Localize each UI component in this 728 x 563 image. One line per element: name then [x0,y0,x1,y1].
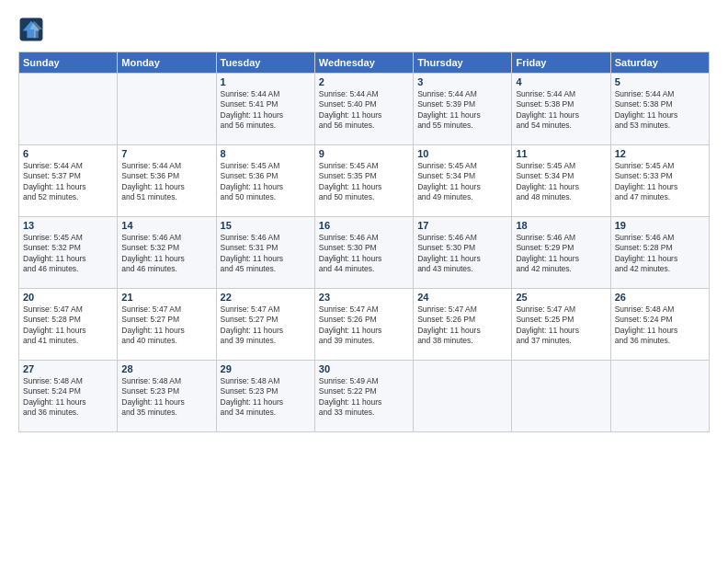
day-content: Sunrise: 5:45 AM Sunset: 5:33 PM Dayligh… [615,161,705,203]
day-number: 19 [615,220,705,231]
calendar-cell: 4Sunrise: 5:44 AM Sunset: 5:38 PM Daylig… [512,74,610,145]
day-number: 29 [221,363,311,374]
calendar-cell: 8Sunrise: 5:45 AM Sunset: 5:36 PM Daylig… [216,145,314,217]
day-content: Sunrise: 5:44 AM Sunset: 5:39 PM Dayligh… [417,89,507,132]
day-number: 7 [121,148,211,159]
header-cell-friday: Friday [512,52,610,74]
calendar-cell: 5Sunrise: 5:44 AM Sunset: 5:38 PM Daylig… [610,74,709,145]
calendar-cell [118,74,216,145]
calendar-cell: 7Sunrise: 5:44 AM Sunset: 5:36 PM Daylig… [118,145,216,217]
calendar-cell: 19Sunrise: 5:46 AM Sunset: 5:28 PM Dayli… [610,217,709,289]
day-number: 15 [221,220,311,231]
calendar-cell: 28Sunrise: 5:48 AM Sunset: 5:23 PM Dayli… [118,361,216,432]
calendar-cell: 23Sunrise: 5:47 AM Sunset: 5:26 PM Dayli… [314,289,413,361]
calendar-cell: 2Sunrise: 5:44 AM Sunset: 5:40 PM Daylig… [314,74,413,145]
day-content: Sunrise: 5:44 AM Sunset: 5:37 PM Dayligh… [23,161,113,203]
day-number: 14 [121,220,211,231]
day-number: 22 [221,292,311,303]
calendar-cell: 21Sunrise: 5:47 AM Sunset: 5:27 PM Dayli… [118,289,216,361]
day-content: Sunrise: 5:44 AM Sunset: 5:40 PM Dayligh… [319,89,409,132]
calendar-cell [414,361,512,432]
day-content: Sunrise: 5:45 AM Sunset: 5:32 PM Dayligh… [23,233,113,275]
calendar-cell: 14Sunrise: 5:46 AM Sunset: 5:32 PM Dayli… [118,217,216,289]
calendar-cell: 17Sunrise: 5:46 AM Sunset: 5:30 PM Dayli… [414,217,512,289]
week-row-4: 20Sunrise: 5:47 AM Sunset: 5:28 PM Dayli… [19,289,710,361]
day-number: 12 [615,148,705,159]
week-row-1: 1Sunrise: 5:44 AM Sunset: 5:41 PM Daylig… [19,74,710,145]
day-content: Sunrise: 5:46 AM Sunset: 5:31 PM Dayligh… [221,233,311,275]
day-number: 25 [516,292,606,303]
day-number: 5 [615,76,705,87]
calendar-cell: 24Sunrise: 5:47 AM Sunset: 5:26 PM Dayli… [414,289,512,361]
day-number: 26 [615,292,705,303]
calendar-cell: 30Sunrise: 5:49 AM Sunset: 5:22 PM Dayli… [314,361,413,432]
day-number: 18 [516,220,606,231]
calendar-cell: 15Sunrise: 5:46 AM Sunset: 5:31 PM Dayli… [216,217,314,289]
day-number: 3 [417,76,507,87]
calendar-cell: 25Sunrise: 5:47 AM Sunset: 5:25 PM Dayli… [512,289,610,361]
calendar-table: SundayMondayTuesdayWednesdayThursdayFrid… [18,52,710,432]
calendar-cell: 16Sunrise: 5:46 AM Sunset: 5:30 PM Dayli… [314,217,413,289]
calendar-cell: 22Sunrise: 5:47 AM Sunset: 5:27 PM Dayli… [216,289,314,361]
day-content: Sunrise: 5:47 AM Sunset: 5:27 PM Dayligh… [121,304,211,347]
day-content: Sunrise: 5:48 AM Sunset: 5:23 PM Dayligh… [121,376,211,419]
day-content: Sunrise: 5:46 AM Sunset: 5:28 PM Dayligh… [615,233,705,275]
calendar-cell: 20Sunrise: 5:47 AM Sunset: 5:28 PM Dayli… [19,289,118,361]
day-content: Sunrise: 5:47 AM Sunset: 5:26 PM Dayligh… [319,304,409,347]
day-content: Sunrise: 5:47 AM Sunset: 5:26 PM Dayligh… [417,304,507,347]
header-cell-thursday: Thursday [414,52,512,74]
calendar-cell [512,361,610,432]
header-cell-tuesday: Tuesday [216,52,314,74]
day-content: Sunrise: 5:44 AM Sunset: 5:41 PM Dayligh… [221,89,311,132]
day-content: Sunrise: 5:46 AM Sunset: 5:32 PM Dayligh… [121,233,211,275]
day-content: Sunrise: 5:48 AM Sunset: 5:23 PM Dayligh… [221,376,311,419]
day-number: 30 [319,363,409,374]
calendar-cell: 10Sunrise: 5:45 AM Sunset: 5:34 PM Dayli… [414,145,512,217]
calendar-cell: 26Sunrise: 5:48 AM Sunset: 5:24 PM Dayli… [610,289,709,361]
day-number: 13 [23,220,113,231]
day-number: 17 [417,220,507,231]
day-content: Sunrise: 5:47 AM Sunset: 5:25 PM Dayligh… [516,304,606,347]
header-cell-sunday: Sunday [19,52,118,74]
day-content: Sunrise: 5:47 AM Sunset: 5:27 PM Dayligh… [221,304,311,347]
day-content: Sunrise: 5:46 AM Sunset: 5:29 PM Dayligh… [516,233,606,275]
day-content: Sunrise: 5:45 AM Sunset: 5:35 PM Dayligh… [319,161,409,203]
calendar-cell: 18Sunrise: 5:46 AM Sunset: 5:29 PM Dayli… [512,217,610,289]
calendar-cell: 27Sunrise: 5:48 AM Sunset: 5:24 PM Dayli… [19,361,118,432]
day-content: Sunrise: 5:49 AM Sunset: 5:22 PM Dayligh… [319,376,409,419]
day-number: 9 [319,148,409,159]
header-row: SundayMondayTuesdayWednesdayThursdayFrid… [19,52,710,74]
day-number: 6 [23,148,113,159]
day-number: 28 [121,363,211,374]
day-content: Sunrise: 5:48 AM Sunset: 5:24 PM Dayligh… [615,304,705,347]
day-content: Sunrise: 5:45 AM Sunset: 5:34 PM Dayligh… [417,161,507,203]
day-content: Sunrise: 5:46 AM Sunset: 5:30 PM Dayligh… [417,233,507,275]
header-cell-wednesday: Wednesday [314,52,413,74]
calendar-cell: 29Sunrise: 5:48 AM Sunset: 5:23 PM Dayli… [216,361,314,432]
day-number: 10 [417,148,507,159]
day-content: Sunrise: 5:47 AM Sunset: 5:28 PM Dayligh… [23,304,113,347]
day-content: Sunrise: 5:44 AM Sunset: 5:38 PM Dayligh… [516,89,606,132]
day-number: 2 [319,76,409,87]
calendar-cell: 9Sunrise: 5:45 AM Sunset: 5:35 PM Daylig… [314,145,413,217]
day-number: 11 [516,148,606,159]
day-content: Sunrise: 5:44 AM Sunset: 5:36 PM Dayligh… [121,161,211,203]
day-number: 21 [121,292,211,303]
day-content: Sunrise: 5:46 AM Sunset: 5:30 PM Dayligh… [319,233,409,275]
day-number: 4 [516,76,606,87]
day-content: Sunrise: 5:45 AM Sunset: 5:34 PM Dayligh… [516,161,606,203]
calendar-cell: 3Sunrise: 5:44 AM Sunset: 5:39 PM Daylig… [414,74,512,145]
day-number: 24 [417,292,507,303]
page: SundayMondayTuesdayWednesdayThursdayFrid… [0,0,728,563]
day-number: 1 [221,76,311,87]
day-number: 20 [23,292,113,303]
day-content: Sunrise: 5:45 AM Sunset: 5:36 PM Dayligh… [221,161,311,203]
calendar-cell [610,361,709,432]
logo-icon [18,17,44,42]
header-cell-saturday: Saturday [610,52,709,74]
day-number: 27 [23,363,113,374]
day-content: Sunrise: 5:48 AM Sunset: 5:24 PM Dayligh… [23,376,113,419]
calendar-cell: 11Sunrise: 5:45 AM Sunset: 5:34 PM Dayli… [512,145,610,217]
week-row-2: 6Sunrise: 5:44 AM Sunset: 5:37 PM Daylig… [19,145,710,217]
week-row-3: 13Sunrise: 5:45 AM Sunset: 5:32 PM Dayli… [19,217,710,289]
